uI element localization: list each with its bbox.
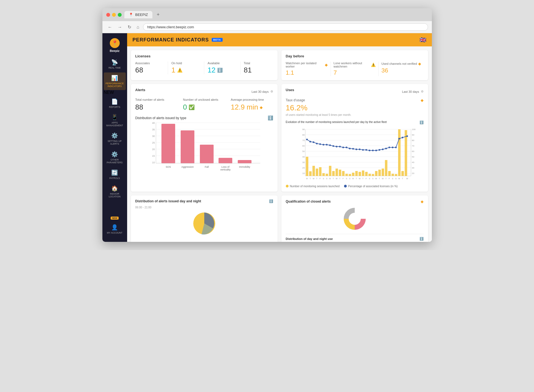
language-flag[interactable]: 🇬🇧 [420, 37, 426, 43]
dist-header: Distribution of day and night use ℹ️ [286, 237, 424, 241]
sidebar-item-indoor[interactable]: 🏠 INDOOR LOCATION [104, 183, 126, 200]
unclosed-label: Number of unclosed alerts [183, 98, 225, 101]
day-night-pie-chart [135, 211, 273, 236]
svg-point-99 [342, 147, 344, 148]
associates-label: Associates [135, 61, 165, 65]
metric-unclosed: Number of unclosed alerts 0 ✅ [183, 98, 225, 111]
new-tab-button[interactable]: + [155, 12, 161, 18]
browser-dots [106, 13, 122, 17]
alerts-gear-icon[interactable]: ⚙ [270, 90, 273, 93]
svg-text:60: 60 [302, 145, 305, 147]
sidebar-label-patrols: PATROLS [109, 177, 120, 180]
svg-rect-14 [161, 124, 175, 163]
svg-text:S: S [326, 178, 327, 180]
qualification-header: Qualification of closed alerts ◆ [286, 199, 424, 204]
legend-sessions: Number of monitoring sessions launched [286, 185, 340, 188]
svg-text:10: 10 [302, 172, 305, 175]
home-button[interactable]: ⌂ [135, 24, 141, 30]
svg-point-104 [359, 149, 360, 150]
minimize-dot[interactable] [112, 13, 116, 17]
sidebar-item-real-time[interactable]: 📡 REAL TIME [104, 57, 126, 71]
svg-text:Loss of: Loss of [221, 166, 230, 168]
svg-text:30: 30 [412, 167, 414, 169]
svg-rect-16 [181, 130, 194, 163]
info-circle-icon: ℹ️ [217, 68, 223, 73]
beepiz-logo-icon: 📍 [110, 38, 120, 48]
license-total: Total 81 [244, 61, 273, 74]
sidebar-item-performance[interactable]: 📊 PERFORMANCE INDICATORS [104, 72, 126, 90]
svg-rect-18 [200, 145, 214, 163]
uses-gear-icon[interactable]: ⚙ [421, 90, 424, 93]
svg-text:70: 70 [302, 139, 305, 142]
svg-rect-20 [219, 158, 232, 163]
day-before-title: Day before [286, 54, 424, 58]
gear-params-icon: ⚙️ [111, 151, 118, 158]
svg-text:50: 50 [412, 156, 414, 158]
svg-text:50: 50 [302, 150, 305, 153]
svg-rect-84 [395, 174, 397, 176]
svg-text:W: W [312, 178, 314, 180]
taux-diamond-icon: ◆ [421, 98, 424, 102]
maximize-dot[interactable] [118, 13, 122, 17]
svg-text:T: T [362, 178, 364, 180]
svg-text:10: 10 [152, 161, 155, 164]
svg-point-113 [388, 147, 390, 148]
svg-rect-23 [238, 160, 251, 163]
svg-text:T: T [339, 178, 340, 180]
svg-rect-59 [312, 166, 315, 176]
sidebar-item-account[interactable]: 👤 MY ACCOUNT [104, 222, 126, 236]
sidebar-label-performance: PERFORMANCE INDICATORS [105, 82, 125, 88]
evolution-combo-chart: 90 80 70 60 50 40 30 20 10 100 90 [286, 127, 424, 181]
check-circle-icon: ✅ [189, 104, 195, 110]
svg-point-106 [365, 149, 367, 151]
svg-point-108 [372, 150, 374, 151]
svg-text:90: 90 [412, 134, 414, 136]
address-bar[interactable] [143, 23, 428, 31]
evolution-chart-title: Evolution of the number of monitoring se… [286, 120, 424, 125]
svg-text:30: 30 [152, 135, 155, 138]
svg-text:W: W [382, 178, 384, 180]
available-value: 12 [208, 66, 216, 74]
sidebar-item-apps[interactable]: 📱 APPS MANAGEMENT [104, 112, 126, 129]
refresh-button[interactable]: ↻ [126, 24, 133, 30]
svg-point-89 [309, 141, 311, 142]
channels-value: 36 [381, 67, 423, 74]
svg-text:Aggression: Aggression [181, 166, 194, 168]
sidebar-label-alerts: SETTING UP ALERTS [105, 140, 125, 145]
sidebar-item-reports[interactable]: 📄 REPORTS [104, 96, 126, 111]
svg-text:S: S [392, 178, 393, 180]
svg-text:T: T [379, 178, 380, 180]
forward-button[interactable]: → [116, 24, 124, 30]
dist-day-night: Distribution of day and night use ℹ️ 06:… [286, 234, 424, 242]
main-content: PERFORMANCE INDICATORS BETA 🇬🇧 Licenses … [127, 33, 432, 242]
svg-rect-77 [372, 174, 374, 176]
svg-text:M: M [375, 178, 377, 180]
watchmen-label: Watchmen per isolated worker ◆ [286, 61, 328, 68]
alerts-metrics: Total number of alerts 88 Number of uncl… [135, 98, 273, 111]
sidebar-label-reports: REPORTS [109, 106, 120, 108]
svg-rect-61 [319, 167, 321, 176]
day-night-header: Distribution of alerts issued day and ni… [135, 199, 273, 203]
channels-label: Used channels not verified ◆ [381, 61, 423, 66]
associates-value: 68 [135, 66, 165, 74]
svg-rect-76 [368, 174, 371, 176]
browser-window: 📍 BEEPIZ + ← → ↻ ⌂ 📍 Beepiz 📡 REAL TIME … [102, 8, 432, 242]
day-before-grid: Watchmen per isolated worker ◆ 1.1 Lone … [286, 61, 424, 76]
svg-point-151 [349, 213, 361, 225]
svg-text:F: F [342, 178, 343, 180]
unclosed-value: 0 [183, 103, 187, 111]
tab-label: BEEPIZ [135, 13, 148, 17]
browser-tab[interactable]: 📍 BEEPIZ [124, 11, 152, 18]
svg-point-95 [329, 144, 331, 146]
svg-point-94 [326, 144, 328, 145]
close-dot[interactable] [106, 13, 110, 17]
bar-chart-title: Distribution of alerts issued by type ℹ️ [135, 115, 273, 121]
sidebar-item-setting-alerts[interactable]: ⚙️ SETTING UP ALERTS [104, 130, 126, 147]
sidebar-item-params[interactable]: ⚙️ OTHER PARAMETERS [104, 149, 126, 166]
svg-text:T: T [385, 178, 387, 180]
sidebar-item-patrols[interactable]: 🔄 PATROLS [104, 167, 126, 182]
diamond-channels-icon: ◆ [418, 61, 421, 66]
back-button[interactable]: ← [106, 24, 114, 30]
svg-text:S: S [372, 178, 373, 180]
svg-text:40: 40 [412, 161, 414, 164]
